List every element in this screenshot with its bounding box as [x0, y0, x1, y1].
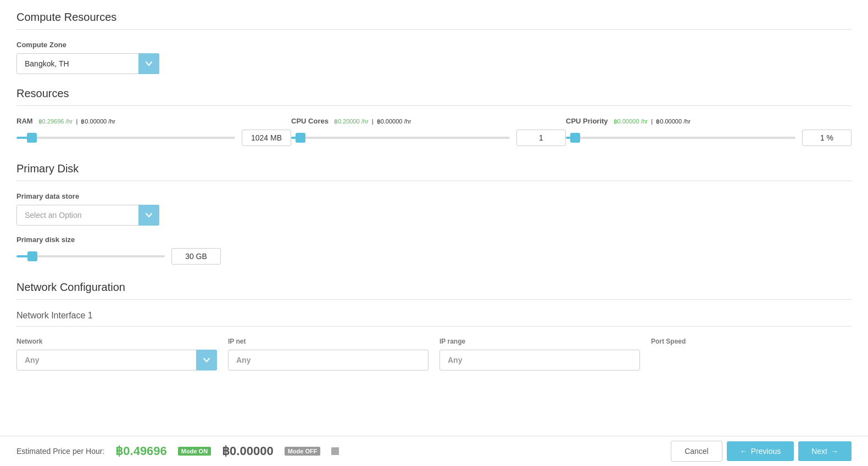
- network-col-portspeed: Port Speed: [651, 338, 852, 345]
- primary-disk-size-group: Primary disk size 30 GB: [16, 235, 852, 265]
- primary-datastore-select-wrapper: Select an Option: [16, 205, 159, 226]
- primary-datastore-label: Primary data store: [16, 192, 852, 200]
- ipnet-select-wrapper: Any: [228, 350, 429, 370]
- network-row-portspeed: [651, 350, 852, 370]
- cpu-cores-label: CPU Cores: [291, 117, 329, 125]
- network-row-network: Any: [16, 350, 217, 370]
- compute-zone-label: Compute Zone: [16, 41, 852, 49]
- network-col-network: Network: [16, 338, 217, 345]
- disk-size-slider-row: 30 GB: [16, 248, 852, 265]
- network-config-title: Network Configuration: [16, 281, 852, 294]
- title-divider: [16, 29, 852, 30]
- network-divider: [16, 299, 852, 300]
- network-interface-divider: [16, 326, 852, 327]
- primary-disk-divider: [16, 181, 852, 181]
- cpu-cores-column: CPU Cores ฿0.20000 /hr | ฿0.00000 /hr 1: [291, 117, 566, 146]
- network-table-header: Network IP net IP range Port Speed: [16, 338, 852, 345]
- resources-section: Resources RAM ฿0.29696 /hr | ฿0.00000 /h…: [16, 87, 852, 146]
- cpu-cores-price-normal: ฿0.00000 /hr: [377, 118, 411, 125]
- primary-disk-title: Primary Disk: [16, 162, 852, 175]
- cpu-priority-slider[interactable]: [566, 137, 795, 139]
- ram-value: 1024 MB: [242, 130, 291, 146]
- primary-datastore-select[interactable]: Select an Option: [16, 205, 159, 226]
- ram-slider[interactable]: [16, 137, 235, 139]
- ram-prices: ฿0.29696 /hr | ฿0.00000 /hr: [38, 118, 115, 125]
- network-select-wrapper: Any: [16, 350, 217, 370]
- ram-column: RAM ฿0.29696 /hr | ฿0.00000 /hr 1024 MB: [16, 117, 291, 146]
- resources-title: Resources: [16, 87, 852, 100]
- cpu-cores-slider-row: 1: [291, 130, 566, 146]
- ipnet-select[interactable]: Any: [228, 350, 429, 370]
- disk-size-value: 30 GB: [171, 248, 221, 265]
- network-col-ipnet: IP net: [228, 338, 429, 345]
- network-row-ipnet: Any: [228, 350, 429, 370]
- ram-slider-row: 1024 MB: [16, 130, 291, 146]
- cpu-priority-price-green: ฿0.00000 /hr: [614, 118, 648, 125]
- primary-disk-section: Primary Disk Primary data store Select a…: [16, 162, 852, 265]
- ram-header: RAM ฿0.29696 /hr | ฿0.00000 /hr: [16, 117, 291, 125]
- cpu-priority-slider-row: 1 %: [566, 130, 852, 146]
- cpu-cores-slider[interactable]: [291, 137, 510, 139]
- network-section: Network Configuration Network Interface …: [16, 281, 852, 370]
- compute-zone-select[interactable]: Bangkok, TH: [16, 53, 159, 74]
- ram-label: RAM: [16, 117, 33, 125]
- network-interface-title: Network Interface 1: [16, 311, 852, 321]
- cpu-cores-prices: ฿0.20000 /hr | ฿0.00000 /hr: [334, 118, 411, 125]
- iprange-select-wrapper: Any: [439, 350, 640, 370]
- cpu-cores-value: 1: [516, 130, 566, 146]
- disk-size-slider[interactable]: [16, 255, 165, 257]
- cpu-priority-column: CPU Priority ฿0.00000 /hr | ฿0.00000 /hr…: [566, 117, 852, 146]
- cpu-priority-value: 1 %: [802, 130, 852, 146]
- resources-columns: RAM ฿0.29696 /hr | ฿0.00000 /hr 1024 MB …: [16, 117, 852, 146]
- network-table-row: Any Any Any: [16, 350, 852, 370]
- compute-zone-select-wrapper: Bangkok, TH: [16, 53, 159, 74]
- cpu-cores-header: CPU Cores ฿0.20000 /hr | ฿0.00000 /hr: [291, 117, 566, 125]
- iprange-select[interactable]: Any: [439, 350, 640, 370]
- ram-price-green: ฿0.29696 /hr: [38, 118, 73, 125]
- ram-price-normal: ฿0.00000 /hr: [81, 118, 115, 125]
- cpu-priority-label: CPU Priority: [566, 117, 608, 125]
- page-title: Compute Resources: [16, 11, 852, 24]
- network-select[interactable]: Any: [16, 350, 217, 370]
- network-row-iprange: Any: [439, 350, 640, 370]
- cpu-cores-price-green: ฿0.20000 /hr: [334, 118, 369, 125]
- cpu-priority-header: CPU Priority ฿0.00000 /hr | ฿0.00000 /hr: [566, 117, 852, 125]
- cpu-priority-price-normal: ฿0.00000 /hr: [656, 118, 691, 125]
- cpu-priority-prices: ฿0.00000 /hr | ฿0.00000 /hr: [614, 118, 691, 125]
- network-col-iprange: IP range: [439, 338, 640, 345]
- resources-divider: [16, 105, 852, 106]
- primary-disk-size-label: Primary disk size: [16, 235, 852, 244]
